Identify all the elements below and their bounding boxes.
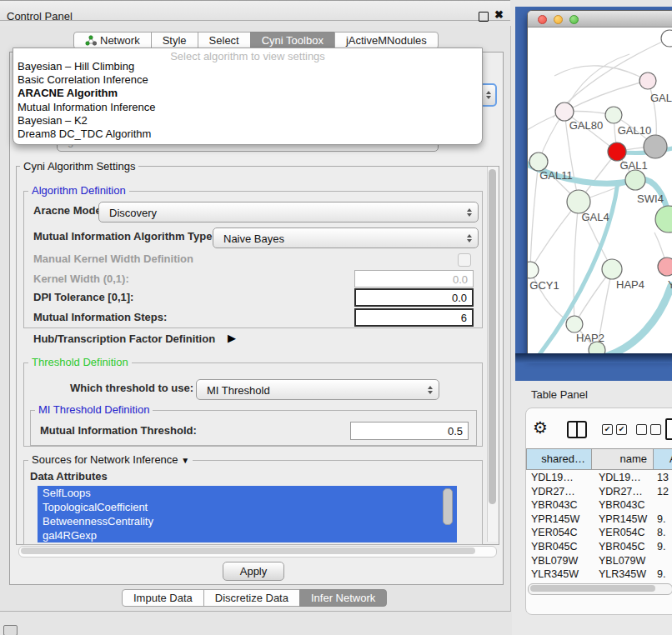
window-icon[interactable]	[3, 625, 18, 635]
document-icon[interactable]	[665, 418, 672, 440]
which-threshold-label: Which threshold to use:	[70, 382, 193, 395]
gear-icon[interactable]: ⚙	[533, 419, 548, 436]
zoom-traffic-light-icon[interactable]	[569, 15, 579, 24]
which-threshold-combobox[interactable]: MI Threshold	[196, 379, 439, 400]
collapse-arrow-icon[interactable]: ▼	[181, 456, 189, 465]
network-view-window[interactable]: GALGAL80GAL10GAL1GAL11SWI4GAL4GCY1HAP4YH…	[527, 10, 672, 355]
node-label-gal4: GAL4	[581, 211, 609, 223]
node-gal1[interactable]	[608, 142, 626, 161]
settings-hscrollbar-thumb[interactable]	[21, 548, 475, 554]
tab-jactivemnodules[interactable]: jActiveMNodules	[334, 32, 439, 49]
tab-impute-data[interactable]: Impute Data	[122, 589, 204, 607]
node-y[interactable]	[658, 258, 672, 276]
network-icon	[85, 35, 97, 46]
settings-scrollbar-thumb[interactable]	[489, 169, 496, 504]
node-gal10[interactable]	[605, 107, 622, 123]
tab-network[interactable]: Network	[73, 32, 152, 49]
checked-box-icon[interactable]: ✔	[616, 424, 627, 435]
split-columns-icon[interactable]	[567, 421, 587, 438]
table-cell: YER054C	[531, 526, 578, 540]
manual-kernel-checkbox[interactable]	[458, 253, 471, 267]
algorithm-option-dream8-dc-tdc-algorithm[interactable]: Dream8 DC_TDC Algorithm	[18, 128, 478, 141]
bottom-tab-bar: Impute DataDiscretize DataInfer Network	[122, 589, 387, 607]
attribute-item-selfloops[interactable]: SelfLoops	[38, 486, 457, 500]
tab-infer-network[interactable]: Infer Network	[299, 589, 387, 607]
node-label-y: Y	[668, 278, 672, 291]
node-gal4[interactable]	[567, 190, 590, 213]
close-traffic-light-icon[interactable]	[538, 15, 547, 24]
node-hap2[interactable]	[566, 316, 583, 332]
node-hap4[interactable]	[602, 259, 622, 279]
aracne-mode-combobox[interactable]: Discovery	[98, 202, 479, 222]
algorithm-option-basic-correlation-inference[interactable]: Basic Correlation Inference	[18, 73, 478, 87]
tab-cyni-toolbox[interactable]: Cyni Toolbox	[250, 32, 335, 49]
node-gal[interactable]	[639, 72, 656, 89]
tab-select[interactable]: Select	[198, 32, 251, 49]
tab-label: jActiveMNodules	[346, 32, 427, 48]
node[interactable]	[644, 135, 667, 158]
tab-discretize-data[interactable]: Discretize Data	[203, 589, 300, 607]
unchecked-box-icon[interactable]	[650, 424, 661, 435]
table-body: YDL19…YDL19…13YDR27…YDR27…12YBR043CYBR04…	[526, 471, 672, 583]
network-edge	[574, 202, 579, 324]
node-swi4[interactable]	[625, 170, 645, 190]
unchecked-box-icon[interactable]	[636, 424, 647, 435]
attributes-scrollbar-thumb[interactable]	[443, 488, 453, 525]
network-canvas[interactable]: GALGAL80GAL10GAL1GAL11SWI4GAL4GCY1HAP4YH…	[528, 28, 672, 354]
table-row[interactable]: YDR27…YDR27…12	[526, 485, 672, 499]
tab-label: Style	[163, 32, 187, 48]
table-cell: 8.	[657, 526, 665, 540]
attribute-item-betweennesscentrality[interactable]: BetweennessCentrality	[38, 514, 457, 528]
table-panel-title: Table Panel	[531, 388, 588, 401]
table-row[interactable]: YBR043CYBR043C	[526, 498, 672, 512]
attribute-item-gal4rgexp[interactable]: gal4RGexp	[38, 528, 457, 542]
node-label-gal11: GAL11	[539, 169, 573, 182]
sources-legend-text: Sources for Network Inference	[32, 453, 178, 466]
mi-steps-input[interactable]: 6	[354, 308, 474, 327]
node-gcy1[interactable]	[528, 262, 539, 278]
tab-label: Select	[209, 32, 239, 48]
control-panel-tab-bar: NetworkStyleSelectCyni ToolboxjActiveMNo…	[73, 32, 439, 49]
table-row[interactable]: YLR345WYLR345W9.	[526, 568, 672, 582]
mi-threshold-legend: MI Threshold Definition	[35, 403, 153, 416]
algorithm-option-mutual-information-inference[interactable]: Mutual Information Inference	[18, 101, 478, 114]
mi-threshold-input[interactable]: 0.5	[350, 422, 469, 440]
manual-kernel-label: Manual Kernel Width Definition	[33, 252, 193, 266]
close-icon[interactable]: ✖	[494, 8, 504, 21]
network-window-titlebar[interactable]	[528, 11, 672, 28]
node[interactable]	[661, 30, 672, 47]
table-cell: YBL079W	[599, 554, 645, 568]
spinner-down-icon	[486, 96, 491, 99]
column-header-partial[interactable]: A	[653, 448, 672, 470]
node-gal11[interactable]	[529, 152, 548, 171]
table-row[interactable]: YDL19…YDL19…13	[526, 471, 672, 485]
float-window-icon[interactable]	[479, 12, 489, 22]
table-row[interactable]: YBR045CYBR045C9.	[526, 540, 672, 554]
mi-steps-value: 6	[461, 312, 467, 324]
table-cell: YPR145W	[599, 512, 647, 527]
algorithm-definition-legend: Algorithm Definition	[28, 184, 129, 197]
table-hscrollbar-thumb[interactable]	[530, 585, 655, 592]
algorithm-option-bayesian-hill-climbing[interactable]: Bayesian – Hill Climbing	[18, 60, 478, 73]
table-row[interactable]: YER054CYER054C8.	[526, 526, 672, 540]
node-gal80[interactable]	[555, 102, 574, 121]
table-row[interactable]: YBL079WYBL079W	[526, 554, 672, 568]
algorithm-option-aracne-algorithm[interactable]: ARACNE Algorithm	[18, 87, 478, 100]
algorithm-option-bayesian-k2[interactable]: Bayesian – K2	[18, 114, 478, 128]
attribute-item-topologicalcoefficient[interactable]: TopologicalCoefficient	[38, 500, 457, 514]
table-row[interactable]: YPR145WYPR145W9.	[526, 512, 672, 527]
column-header-name[interactable]: name	[591, 448, 654, 470]
column-header-shared-name[interactable]: shared…	[526, 448, 593, 470]
tab-style[interactable]: Style	[151, 32, 198, 49]
node-label-swi4: SWI4	[637, 192, 664, 205]
checked-box-icon[interactable]: ✔	[602, 424, 613, 435]
table-cell: YLR345W	[531, 568, 579, 582]
minimize-traffic-light-icon[interactable]	[554, 15, 563, 24]
node[interactable]	[655, 206, 672, 232]
expand-arrow-icon[interactable]: ▶	[228, 332, 236, 344]
dpi-tolerance-input[interactable]: 0.0	[354, 288, 474, 307]
apply-button[interactable]: Apply	[223, 562, 284, 581]
network-graph[interactable]: GALGAL80GAL10GAL1GAL11SWI4GAL4GCY1HAP4YH…	[528, 28, 672, 354]
kernel-width-input[interactable]: 0.0	[354, 270, 474, 288]
mi-type-combobox[interactable]: Naive Bayes	[213, 228, 479, 248]
